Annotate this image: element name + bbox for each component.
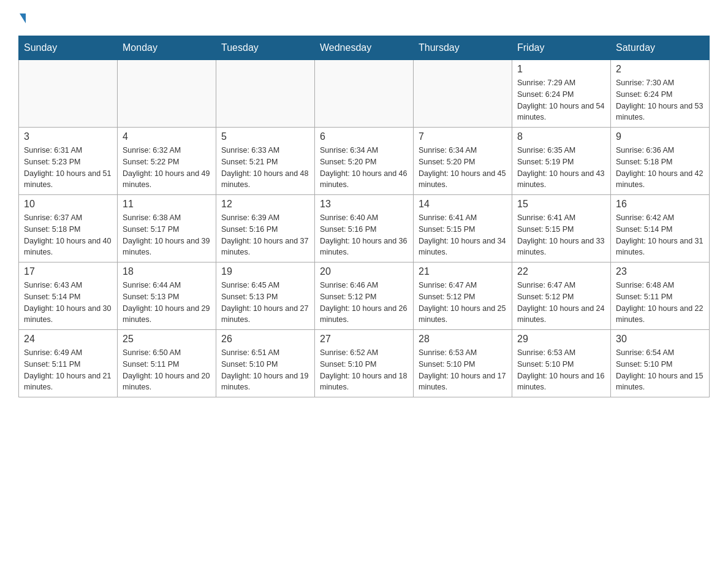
calendar-day-cell xyxy=(118,60,216,128)
day-info: Sunrise: 6:36 AM Sunset: 5:18 PM Dayligh… xyxy=(616,145,704,191)
day-number: 30 xyxy=(616,334,704,345)
day-info: Sunrise: 6:44 AM Sunset: 5:13 PM Dayligh… xyxy=(123,280,211,326)
calendar-week-row: 1Sunrise: 7:29 AM Sunset: 6:24 PM Daylig… xyxy=(19,60,710,128)
calendar-table: SundayMondayTuesdayWednesdayThursdayFrid… xyxy=(18,36,710,397)
calendar-header-row: SundayMondayTuesdayWednesdayThursdayFrid… xyxy=(19,36,710,60)
day-info: Sunrise: 6:46 AM Sunset: 5:12 PM Dayligh… xyxy=(320,280,408,326)
day-number: 14 xyxy=(419,199,507,210)
day-number: 8 xyxy=(517,131,605,142)
day-number: 10 xyxy=(24,199,112,210)
day-of-week-header: Friday xyxy=(512,36,611,60)
day-info: Sunrise: 6:41 AM Sunset: 5:15 PM Dayligh… xyxy=(419,212,507,258)
day-number: 21 xyxy=(419,266,507,277)
day-number: 13 xyxy=(320,199,408,210)
day-info: Sunrise: 7:30 AM Sunset: 6:24 PM Dayligh… xyxy=(616,77,704,123)
day-number: 11 xyxy=(123,199,211,210)
day-info: Sunrise: 6:42 AM Sunset: 5:14 PM Dayligh… xyxy=(616,212,704,258)
calendar-day-cell: 11Sunrise: 6:38 AM Sunset: 5:17 PM Dayli… xyxy=(118,195,216,262)
day-info: Sunrise: 6:41 AM Sunset: 5:15 PM Dayligh… xyxy=(517,212,605,258)
calendar-day-cell: 13Sunrise: 6:40 AM Sunset: 5:16 PM Dayli… xyxy=(315,195,414,262)
day-info: Sunrise: 7:29 AM Sunset: 6:24 PM Dayligh… xyxy=(517,77,605,123)
day-of-week-header: Monday xyxy=(118,36,216,60)
calendar-day-cell: 1Sunrise: 7:29 AM Sunset: 6:24 PM Daylig… xyxy=(512,60,611,128)
calendar-day-cell: 5Sunrise: 6:33 AM Sunset: 5:21 PM Daylig… xyxy=(216,128,315,195)
day-number: 28 xyxy=(419,334,507,345)
day-info: Sunrise: 6:54 AM Sunset: 5:10 PM Dayligh… xyxy=(616,347,704,393)
day-info: Sunrise: 6:39 AM Sunset: 5:16 PM Dayligh… xyxy=(221,212,309,258)
day-of-week-header: Saturday xyxy=(611,36,710,60)
day-info: Sunrise: 6:43 AM Sunset: 5:14 PM Dayligh… xyxy=(24,280,112,326)
day-info: Sunrise: 6:53 AM Sunset: 5:10 PM Dayligh… xyxy=(419,347,507,393)
calendar-day-cell: 17Sunrise: 6:43 AM Sunset: 5:14 PM Dayli… xyxy=(19,262,118,330)
day-info: Sunrise: 6:50 AM Sunset: 5:11 PM Dayligh… xyxy=(123,347,211,393)
day-number: 29 xyxy=(517,334,605,345)
calendar-day-cell: 9Sunrise: 6:36 AM Sunset: 5:18 PM Daylig… xyxy=(611,128,710,195)
calendar-day-cell: 24Sunrise: 6:49 AM Sunset: 5:11 PM Dayli… xyxy=(19,330,118,397)
calendar-day-cell: 2Sunrise: 7:30 AM Sunset: 6:24 PM Daylig… xyxy=(611,60,710,128)
day-info: Sunrise: 6:32 AM Sunset: 5:22 PM Dayligh… xyxy=(123,145,211,191)
day-number: 6 xyxy=(320,131,408,142)
day-number: 23 xyxy=(616,266,704,277)
day-info: Sunrise: 6:35 AM Sunset: 5:19 PM Dayligh… xyxy=(517,145,605,191)
day-number: 3 xyxy=(24,131,112,142)
day-info: Sunrise: 6:52 AM Sunset: 5:10 PM Dayligh… xyxy=(320,347,408,393)
day-number: 7 xyxy=(419,131,507,142)
day-number: 9 xyxy=(616,131,704,142)
logo-triangle-icon xyxy=(20,13,26,23)
calendar-day-cell: 3Sunrise: 6:31 AM Sunset: 5:23 PM Daylig… xyxy=(19,128,118,195)
calendar-day-cell: 10Sunrise: 6:37 AM Sunset: 5:18 PM Dayli… xyxy=(19,195,118,262)
day-number: 20 xyxy=(320,266,408,277)
day-of-week-header: Tuesday xyxy=(216,36,315,60)
page-header xyxy=(18,12,710,23)
calendar-day-cell: 4Sunrise: 6:32 AM Sunset: 5:22 PM Daylig… xyxy=(118,128,216,195)
calendar-week-row: 17Sunrise: 6:43 AM Sunset: 5:14 PM Dayli… xyxy=(19,262,710,330)
day-info: Sunrise: 6:40 AM Sunset: 5:16 PM Dayligh… xyxy=(320,212,408,258)
calendar-day-cell: 26Sunrise: 6:51 AM Sunset: 5:10 PM Dayli… xyxy=(216,330,315,397)
calendar-day-cell xyxy=(19,60,118,128)
calendar-day-cell: 18Sunrise: 6:44 AM Sunset: 5:13 PM Dayli… xyxy=(118,262,216,330)
day-number: 24 xyxy=(24,334,112,345)
calendar-day-cell: 22Sunrise: 6:47 AM Sunset: 5:12 PM Dayli… xyxy=(512,262,611,330)
day-number: 1 xyxy=(517,64,605,75)
calendar-day-cell: 8Sunrise: 6:35 AM Sunset: 5:19 PM Daylig… xyxy=(512,128,611,195)
calendar-day-cell xyxy=(315,60,414,128)
day-number: 2 xyxy=(616,64,704,75)
day-of-week-header: Thursday xyxy=(414,36,512,60)
day-number: 25 xyxy=(123,334,211,345)
day-info: Sunrise: 6:51 AM Sunset: 5:10 PM Dayligh… xyxy=(221,347,309,393)
day-info: Sunrise: 6:34 AM Sunset: 5:20 PM Dayligh… xyxy=(419,145,507,191)
calendar-day-cell: 21Sunrise: 6:47 AM Sunset: 5:12 PM Dayli… xyxy=(414,262,512,330)
calendar-day-cell: 19Sunrise: 6:45 AM Sunset: 5:13 PM Dayli… xyxy=(216,262,315,330)
calendar-day-cell: 30Sunrise: 6:54 AM Sunset: 5:10 PM Dayli… xyxy=(611,330,710,397)
calendar-day-cell: 7Sunrise: 6:34 AM Sunset: 5:20 PM Daylig… xyxy=(414,128,512,195)
day-number: 27 xyxy=(320,334,408,345)
calendar-day-cell: 23Sunrise: 6:48 AM Sunset: 5:11 PM Dayli… xyxy=(611,262,710,330)
day-number: 22 xyxy=(517,266,605,277)
calendar-day-cell: 20Sunrise: 6:46 AM Sunset: 5:12 PM Dayli… xyxy=(315,262,414,330)
calendar-day-cell: 28Sunrise: 6:53 AM Sunset: 5:10 PM Dayli… xyxy=(414,330,512,397)
day-info: Sunrise: 6:45 AM Sunset: 5:13 PM Dayligh… xyxy=(221,280,309,326)
day-info: Sunrise: 6:48 AM Sunset: 5:11 PM Dayligh… xyxy=(616,280,704,326)
day-info: Sunrise: 6:49 AM Sunset: 5:11 PM Dayligh… xyxy=(24,347,112,393)
day-info: Sunrise: 6:47 AM Sunset: 5:12 PM Dayligh… xyxy=(419,280,507,326)
logo xyxy=(18,12,26,23)
calendar-week-row: 3Sunrise: 6:31 AM Sunset: 5:23 PM Daylig… xyxy=(19,128,710,195)
calendar-day-cell: 15Sunrise: 6:41 AM Sunset: 5:15 PM Dayli… xyxy=(512,195,611,262)
calendar-day-cell xyxy=(414,60,512,128)
day-info: Sunrise: 6:31 AM Sunset: 5:23 PM Dayligh… xyxy=(24,145,112,191)
day-number: 17 xyxy=(24,266,112,277)
day-number: 16 xyxy=(616,199,704,210)
day-info: Sunrise: 6:34 AM Sunset: 5:20 PM Dayligh… xyxy=(320,145,408,191)
calendar-day-cell: 27Sunrise: 6:52 AM Sunset: 5:10 PM Dayli… xyxy=(315,330,414,397)
day-info: Sunrise: 6:33 AM Sunset: 5:21 PM Dayligh… xyxy=(221,145,309,191)
day-of-week-header: Wednesday xyxy=(315,36,414,60)
calendar-day-cell: 6Sunrise: 6:34 AM Sunset: 5:20 PM Daylig… xyxy=(315,128,414,195)
calendar-day-cell: 29Sunrise: 6:53 AM Sunset: 5:10 PM Dayli… xyxy=(512,330,611,397)
calendar-week-row: 24Sunrise: 6:49 AM Sunset: 5:11 PM Dayli… xyxy=(19,330,710,397)
day-number: 18 xyxy=(123,266,211,277)
calendar-day-cell: 12Sunrise: 6:39 AM Sunset: 5:16 PM Dayli… xyxy=(216,195,315,262)
day-info: Sunrise: 6:37 AM Sunset: 5:18 PM Dayligh… xyxy=(24,212,112,258)
calendar-day-cell: 16Sunrise: 6:42 AM Sunset: 5:14 PM Dayli… xyxy=(611,195,710,262)
calendar-week-row: 10Sunrise: 6:37 AM Sunset: 5:18 PM Dayli… xyxy=(19,195,710,262)
day-number: 19 xyxy=(221,266,309,277)
